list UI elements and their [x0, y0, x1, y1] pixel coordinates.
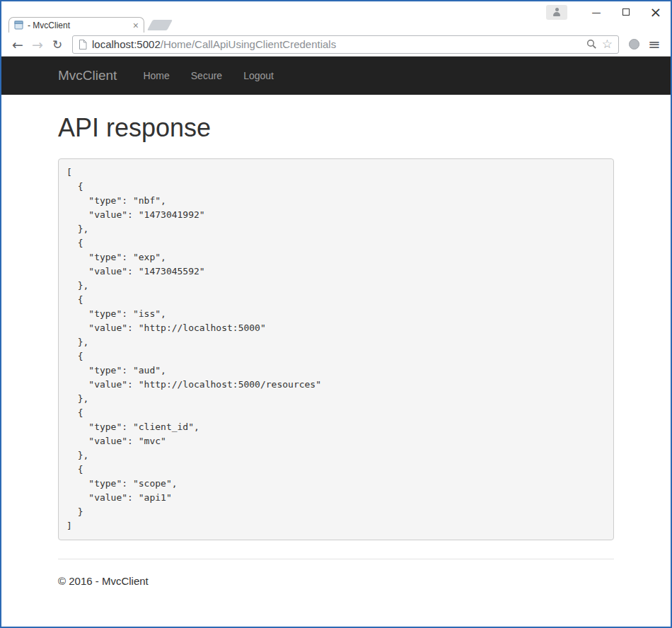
- zoom-icon[interactable]: [586, 39, 597, 50]
- nav-item-logout[interactable]: Logout: [233, 70, 284, 81]
- page-icon: [79, 40, 87, 50]
- page-title: API response: [58, 113, 614, 143]
- page-footer: © 2016 - MvcClient: [58, 575, 614, 587]
- forward-button: →: [28, 35, 47, 54]
- copyright-text: © 2016 - MvcClient: [58, 575, 614, 587]
- browser-toolbar: ← → ↻ localhost:5002/Home/CallApiUsingCl…: [1, 33, 671, 57]
- title-bar: - MvcClient × — ×: [1, 1, 671, 33]
- maximize-icon: [622, 8, 630, 16]
- tab-close-icon[interactable]: ×: [133, 21, 139, 30]
- window-controls: — ×: [546, 1, 671, 23]
- favicon-icon: [14, 21, 23, 30]
- profile-button[interactable]: [546, 5, 567, 20]
- maximize-button[interactable]: [611, 1, 641, 23]
- api-response-json: [ { "type": "nbf", "value": "1473041992"…: [58, 158, 614, 540]
- nav-item-home[interactable]: Home: [132, 70, 180, 81]
- page-content: API response [ { "type": "nbf", "value":…: [1, 113, 671, 587]
- back-button[interactable]: ←: [8, 35, 27, 54]
- bookmark-star-icon[interactable]: ☆: [602, 38, 613, 50]
- browser-window: - MvcClient × — × ← → ↻ localhost:5002/H…: [0, 0, 672, 628]
- new-tab-button[interactable]: [147, 20, 173, 30]
- url-host: localhost:5002: [92, 38, 161, 50]
- reload-button[interactable]: ↻: [48, 35, 66, 54]
- menu-icon[interactable]: ≡: [645, 35, 664, 54]
- navbar-links: Home Secure Logout: [132, 70, 284, 81]
- page-viewport: MvcClient Home Secure Logout API respons…: [1, 57, 671, 627]
- url-text: localhost:5002/Home/CallApiUsingClientCr…: [92, 38, 581, 50]
- minimize-button[interactable]: —: [581, 1, 611, 23]
- address-bar[interactable]: localhost:5002/Home/CallApiUsingClientCr…: [72, 35, 619, 54]
- close-button[interactable]: ×: [641, 1, 671, 23]
- browser-tab[interactable]: - MvcClient ×: [8, 17, 144, 33]
- nav-item-secure[interactable]: Secure: [180, 70, 233, 81]
- site-navbar: MvcClient Home Secure Logout: [1, 57, 671, 95]
- footer-divider: [58, 559, 614, 559]
- tab-title: - MvcClient: [28, 21, 129, 30]
- extension-icon[interactable]: [629, 39, 639, 50]
- person-icon: [552, 8, 561, 16]
- navbar-brand[interactable]: MvcClient: [58, 68, 117, 83]
- url-path: /Home/CallApiUsingClientCredentials: [161, 38, 336, 50]
